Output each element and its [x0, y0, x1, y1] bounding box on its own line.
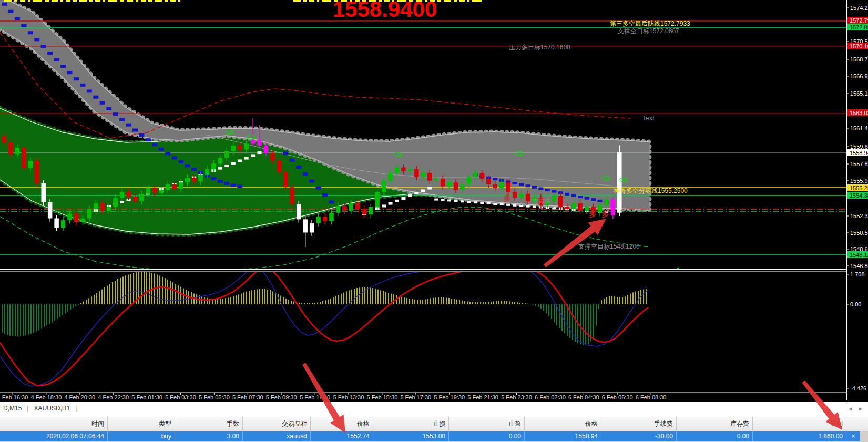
time-axis-label: 5 Feb 17:30 — [400, 394, 431, 400]
time-axis-label: 5 Feb 07:30 — [232, 394, 263, 400]
row-cell-1: buy — [108, 431, 175, 441]
time-axis-label: 5 Feb 23:30 — [501, 394, 532, 400]
chart-annotation: 压力多目标1570.1600 — [509, 44, 570, 51]
chart-annotation: 支撑多 — [532, 198, 551, 205]
col-header-6[interactable]: 止盈 — [449, 417, 525, 431]
time-axis-label: 6 Feb 04:30 — [568, 394, 599, 400]
row-cell-7: 1558.94 — [525, 431, 601, 441]
col-header-4[interactable]: 价格 — [311, 417, 373, 431]
duo-mark: 多 — [504, 193, 512, 202]
trade-table-row[interactable]: 2020.02.06 07:06:44buy3.00xauusd1552.741… — [0, 431, 868, 441]
axis-price-badge: 1572.79 — [850, 17, 868, 24]
tab-scroll-left-icon[interactable]: ◄ — [845, 406, 855, 412]
col-header-10[interactable]: 获利 — [753, 417, 846, 431]
row-cell-2: 3.00 — [175, 431, 243, 441]
row-cell-4: 1552.74 — [311, 431, 373, 441]
tab-scroll-arrows: ◄► — [845, 402, 866, 416]
chart-canvas: 多多多第三多空最后防线1572.7933支撑空目标1572.0867压力多目标1… — [0, 0, 868, 442]
axis-price-badge: 1563.03 — [850, 110, 868, 116]
price-pane: 多多多 — [0, 0, 846, 271]
col-header-7[interactable]: 价格 — [525, 417, 601, 431]
chart-annotation: 支撑空目标1572.0867 — [618, 27, 679, 35]
time-axis-label: 5 Feb 21:30 — [467, 394, 498, 400]
axis-label: 1559.60 — [850, 143, 868, 150]
row-cell-3: xauusd — [243, 431, 311, 441]
time-axis-label: 4 Feb 18:30 — [31, 394, 62, 400]
time-axis-label: 6 Feb 02:30 — [535, 394, 566, 400]
time-axis-label: 5 Feb 15:30 — [367, 394, 398, 400]
terminal-bottom: D,M15|XAUUSD,H1| ◄► 时间类型手数交易品种价格止损止盈价格手续… — [0, 401, 868, 442]
chart-annotation: 第三多空最后防线1572.7933 — [610, 20, 690, 27]
row-cell-5: 1553.00 — [373, 431, 449, 441]
col-header-2[interactable]: 手数 — [175, 417, 243, 431]
row-cell-0: 2020.02.06 07:06:44 — [0, 431, 108, 441]
time-axis-label: 5 Feb 13:30 — [333, 394, 364, 400]
axis-label: 1574.20 — [850, 5, 868, 11]
axis-label: -4.426 — [850, 385, 866, 392]
axis-label: 1.708 — [850, 271, 865, 277]
axis-price-badge: 1554.38 — [850, 192, 868, 199]
time-axis-label: 4 Feb 16:30 — [0, 394, 28, 400]
time-axis-label: 5 Feb 11:30 — [300, 394, 330, 400]
axis-label: 1561.45 — [850, 125, 868, 131]
time-axis-label: 5 Feb 09:30 — [266, 394, 297, 400]
axis-label: 1550.50 — [850, 230, 868, 236]
row-cell-6: 0.00 — [449, 431, 525, 441]
axis-label: 1552.30 — [850, 213, 868, 219]
col-header-8[interactable]: 手续费 — [601, 417, 677, 431]
row-cell-10: 1 860.00 — [753, 431, 846, 441]
axis-label: 1568.75 — [850, 56, 868, 63]
tab-chart-m15[interactable]: D,M15 — [0, 402, 25, 415]
col-header-9[interactable]: 库存费 — [677, 417, 753, 431]
time-axis-label: 5 Feb 03:30 — [165, 394, 196, 400]
chart-annotation: 神奇多空分界线1555.2500 — [613, 187, 688, 194]
time-axis-label: 4 Feb 20:30 — [64, 394, 95, 400]
axis-label: 1555.95 — [850, 178, 868, 184]
col-header-0[interactable]: 时间 — [0, 417, 108, 431]
axis-label: 1546.85 — [850, 263, 868, 269]
tab-separator: | — [73, 402, 79, 415]
current-price-display: 1558.9400 — [311, 0, 458, 22]
axis-label: 1566.90 — [850, 73, 868, 79]
axis-price-badge: 1570.16 — [850, 43, 868, 49]
tab-separator: | — [25, 402, 30, 415]
duo-mark: 多 — [601, 209, 609, 218]
col-header-filler — [846, 417, 868, 431]
time-axis-label: 6 Feb 06:30 — [602, 394, 633, 400]
time-axis-label: 5 Feb 05:30 — [199, 394, 230, 400]
chart-annotation: Text — [642, 114, 655, 122]
duo-mark: 多 — [589, 209, 597, 218]
trade-table-header: 时间类型手数交易品种价格止损止盈价格手续费库存费获利 — [0, 417, 868, 431]
axis-price-badge: 1555.25 — [850, 185, 868, 191]
macd-pane — [0, 267, 648, 386]
axis-label: 1557.80 — [850, 161, 868, 167]
axis-label: 1565.10 — [850, 90, 868, 97]
tab-scroll-right-icon[interactable]: ► — [855, 406, 866, 412]
axis-price-badge: 1548.12 — [850, 252, 868, 258]
row-cell-9: 0.00 — [677, 431, 753, 441]
axis-label: 0.00 — [850, 301, 861, 307]
close-position-icon[interactable]: × — [846, 431, 860, 441]
axis-price-badge: 1558.94 — [850, 150, 868, 156]
axis-price-badge: 1572.09 — [850, 24, 868, 30]
time-axis-label: 5 Feb 01:30 — [131, 394, 162, 400]
col-header-1[interactable]: 类型 — [108, 417, 175, 431]
trading-terminal: { "window": { "price_display": "1558.940… — [0, 0, 868, 442]
tab-chart-xauusd-h1[interactable]: XAUUSD,H1 — [30, 402, 73, 415]
time-axis-label: 5 Feb 19:30 — [434, 394, 465, 400]
chart-annotation: 支撑空目标1548.1200 — [578, 243, 640, 250]
chart-tab-bar: D,M15|XAUUSD,H1| ◄► — [0, 401, 868, 417]
time-axis-label: 6 Feb 08:30 — [636, 394, 667, 400]
col-header-5[interactable]: 止损 — [373, 417, 449, 431]
col-header-3[interactable]: 交易品种 — [243, 417, 311, 431]
time-axis-label: 4 Feb 22:30 — [98, 394, 129, 400]
row-cell-8: -30.00 — [601, 431, 677, 441]
